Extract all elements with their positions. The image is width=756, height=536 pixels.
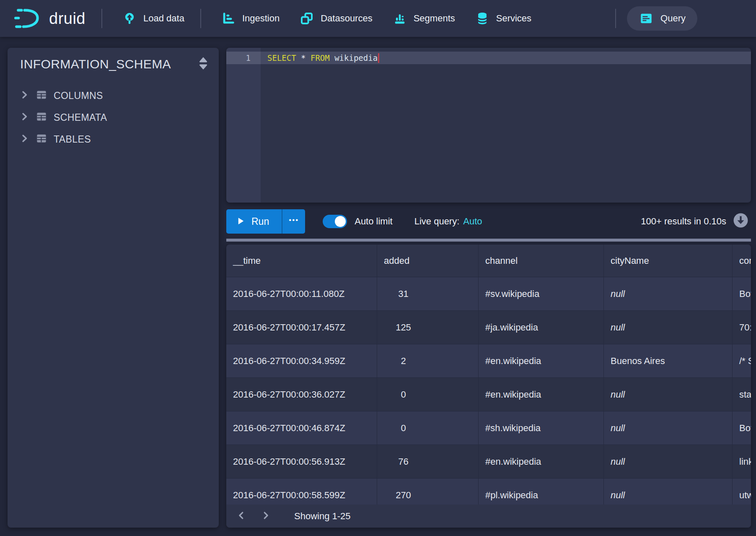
run-button[interactable]: Run: [226, 209, 282, 234]
auto-limit-toggle[interactable]: [323, 215, 347, 228]
cell-time[interactable]: 2016-06-27T00:00:56.913Z: [226, 445, 377, 478]
cell-time[interactable]: 2016-06-27T00:00:36.027Z: [226, 378, 377, 411]
column-header-comment[interactable]: comment: [733, 245, 751, 277]
results-table: __time added channel cityName comment 20…: [226, 245, 751, 505]
cell-added[interactable]: 270: [377, 479, 479, 505]
tree-item-tables[interactable]: TABLES: [8, 128, 219, 150]
cell-comment[interactable]: 70:: [733, 311, 751, 344]
auto-limit-label: Auto limit: [355, 216, 392, 227]
previous-page-button[interactable]: [232, 507, 251, 526]
cell-time[interactable]: 2016-06-27T00:00:46.874Z: [226, 411, 377, 445]
ingestion-icon: [221, 11, 236, 26]
live-query-label: Live query:: [414, 216, 460, 226]
cell-channel[interactable]: #sh.wikipedia: [479, 411, 604, 445]
schema-tree: COLUMNS SCHEMATA: [8, 85, 219, 150]
tree-item-schemata[interactable]: SCHEMATA: [8, 107, 219, 128]
nav-item-label: Services: [496, 13, 531, 24]
chevron-left-icon: [237, 510, 246, 522]
nav-item-segments[interactable]: Segments: [393, 11, 455, 26]
sql-query-line[interactable]: SELECT*FROMwikipedia: [261, 52, 751, 64]
cell-channel[interactable]: #en.wikipedia: [479, 445, 604, 478]
text-cursor: [378, 53, 379, 63]
cell-channel[interactable]: #pl.wikipedia: [479, 479, 604, 505]
nav-item-load-data[interactable]: Load data: [122, 11, 184, 26]
schema-sidebar: INFORMATION_SCHEMA COLUMNS: [8, 48, 219, 528]
cell-added[interactable]: 31: [377, 277, 479, 310]
run-button-label: Run: [251, 216, 269, 227]
cell-channel[interactable]: #en.wikipedia: [479, 378, 604, 411]
run-more-options-button[interactable]: •••: [282, 209, 305, 234]
cell-channel[interactable]: #en.wikipedia: [479, 344, 604, 377]
cell-cityname[interactable]: null: [604, 479, 733, 505]
nav-item-datasources[interactable]: Datasources: [300, 11, 373, 26]
cell-added[interactable]: 0: [377, 411, 479, 445]
brand-name: druid: [49, 10, 85, 28]
cell-added[interactable]: 0: [377, 378, 479, 411]
column-header-channel[interactable]: channel: [479, 245, 604, 277]
cell-added[interactable]: 2: [377, 344, 479, 377]
pagination-status: Showing 1-25: [294, 511, 351, 522]
cell-cityname[interactable]: null: [604, 277, 733, 310]
cell-comment[interactable]: sta: [733, 378, 751, 411]
sql-keyword: SELECT: [267, 53, 296, 62]
druid-logo[interactable]: druid: [14, 7, 85, 30]
column-header-added[interactable]: added: [377, 245, 479, 277]
druid-logo-icon: [14, 7, 43, 30]
nav-item-ingestion[interactable]: Ingestion: [221, 11, 280, 26]
next-page-button[interactable]: [256, 507, 275, 526]
cell-comment[interactable]: Bot: [733, 411, 751, 445]
cell-comment[interactable]: link: [733, 445, 751, 478]
cell-time[interactable]: 2016-06-27T00:00:34.959Z: [226, 344, 377, 377]
cell-channel[interactable]: #ja.wikipedia: [479, 311, 604, 344]
cell-comment[interactable]: Bot: [733, 277, 751, 310]
column-header-time[interactable]: __time: [226, 245, 377, 277]
cell-cityname[interactable]: null: [604, 311, 733, 344]
chevron-right-icon[interactable]: [19, 90, 29, 101]
download-icon[interactable]: [733, 213, 748, 231]
chevron-right-icon[interactable]: [19, 112, 29, 123]
sql-keyword: FROM: [311, 53, 330, 62]
editor-code-area[interactable]: SELECT*FROMwikipedia: [261, 48, 751, 203]
table-row[interactable]: 2016-06-27T00:00:36.027Z 0 #en.wikipedia…: [226, 378, 751, 411]
table-row[interactable]: 2016-06-27T00:00:58.599Z 270 #pl.wikiped…: [226, 479, 751, 505]
nav-item-services[interactable]: Services: [475, 11, 531, 26]
nav-divider: [615, 9, 616, 28]
table-row[interactable]: 2016-06-27T00:00:11.080Z 31 #sv.wikipedi…: [226, 277, 751, 311]
table-icon: [35, 132, 48, 146]
cell-cityname[interactable]: null: [604, 378, 733, 411]
nav-item-query[interactable]: Query: [627, 6, 697, 31]
cell-cityname[interactable]: null: [604, 445, 733, 478]
play-icon: [238, 216, 244, 227]
cell-cityname[interactable]: null: [604, 411, 733, 445]
table-row[interactable]: 2016-06-27T00:00:46.874Z 0 #sh.wikipedia…: [226, 411, 751, 445]
cell-cityname[interactable]: Buenos Aires: [604, 344, 733, 377]
nav-item-label: Datasources: [321, 13, 373, 24]
double-caret-icon[interactable]: [198, 56, 209, 72]
query-progress-bar: [226, 239, 751, 242]
table-row[interactable]: 2016-06-27T00:00:34.959Z 2 #en.wikipedia…: [226, 344, 751, 378]
sql-editor[interactable]: 1 SELECT*FROMwikipedia: [226, 48, 751, 203]
schema-selector[interactable]: INFORMATION_SCHEMA: [20, 57, 171, 71]
table-row[interactable]: 2016-06-27T00:00:56.913Z 76 #en.wikipedi…: [226, 445, 751, 479]
cell-comment[interactable]: utw: [733, 479, 751, 505]
nav-divider: [200, 9, 201, 28]
cell-channel[interactable]: #sv.wikipedia: [479, 277, 604, 310]
chevron-right-icon[interactable]: [19, 133, 29, 145]
nav-item-label: Query: [660, 13, 686, 24]
cell-added[interactable]: 76: [377, 445, 479, 478]
nav-divider: [101, 9, 102, 28]
cell-comment[interactable]: /* S: [733, 344, 751, 377]
toggle-knob: [335, 216, 346, 227]
cell-added[interactable]: 125: [377, 311, 479, 344]
tree-item-label: SCHEMATA: [54, 112, 107, 123]
tree-item-columns[interactable]: COLUMNS: [8, 85, 219, 107]
cell-time[interactable]: 2016-06-27T00:00:17.457Z: [226, 311, 377, 344]
table-row[interactable]: 2016-06-27T00:00:17.457Z 125 #ja.wikiped…: [226, 311, 751, 344]
cell-time[interactable]: 2016-06-27T00:00:58.599Z: [226, 479, 377, 505]
column-header-cityname[interactable]: cityName: [604, 245, 733, 277]
nav-item-label: Segments: [414, 13, 455, 24]
datasources-icon: [300, 11, 314, 26]
line-number: 1: [226, 52, 261, 64]
cell-time[interactable]: 2016-06-27T00:00:11.080Z: [226, 277, 377, 310]
live-query-value[interactable]: Auto: [463, 216, 482, 226]
